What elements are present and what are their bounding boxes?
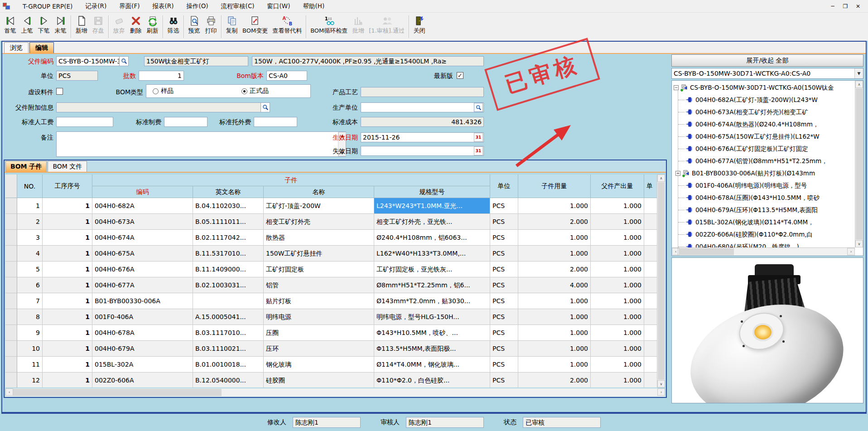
cell-no[interactable]: 1 (17, 198, 43, 214)
labor-cost-field[interactable] (56, 117, 113, 127)
cell-name[interactable]: 150W工矿灯悬挂件 (264, 246, 374, 262)
cell-pqty[interactable]: 1.000 (591, 293, 644, 309)
cell-pqty[interactable]: 1.000 (591, 262, 644, 277)
cell-en[interactable]: B.05.1111011... (193, 214, 264, 230)
restore-button[interactable]: ❐ (840, 2, 851, 11)
toolbar-button-close-door[interactable]: 关闭 (411, 13, 428, 40)
cell-en[interactable]: B.11.1409000... (193, 262, 264, 277)
tree-item[interactable]: 002Z0-606A(硅胶圈)(Φ110*Φ2.0mm,白 (672, 228, 855, 241)
toolbar-button-last[interactable]: 末笔 (52, 13, 69, 40)
menu-help[interactable]: 帮助(H) (296, 0, 331, 12)
cell-name[interactable]: 钢化玻璃 (264, 357, 374, 373)
cell-qty[interactable]: 1.000 (518, 198, 591, 214)
cell-spec[interactable]: Ø240.4*H108mm，铝6063... (374, 230, 490, 246)
cell-pqty[interactable]: 1.000 (591, 277, 644, 293)
minimize-button[interactable]: ─ (827, 2, 838, 11)
latest-checkbox[interactable]: ✓ (457, 72, 463, 79)
toolbar-button-preview[interactable]: 预览 (186, 13, 203, 40)
cell-pqty[interactable]: 1.000 (591, 230, 644, 246)
outsource-cost-field[interactable] (254, 117, 297, 127)
expand-icon[interactable]: + (675, 171, 680, 176)
cell-indicator[interactable] (5, 325, 17, 341)
tree-item[interactable]: 004H0-676A(工矿灯固定板)(工矿灯固定 (672, 143, 855, 155)
cell-en[interactable]: B.12.0540000... (193, 373, 264, 387)
toolbar-button-copy[interactable]: 复制 (223, 13, 240, 40)
parent-code-field[interactable]: CS-BYB-O-150MW-3 (56, 56, 120, 66)
cell-seq[interactable]: 1 (43, 277, 92, 293)
toolbar-button-bom-change[interactable]: BOM变更 (240, 13, 270, 40)
cell-code[interactable]: 004H0-679A (92, 341, 193, 357)
cell-seq[interactable]: 1 (43, 373, 92, 387)
calendar-icon[interactable]: 31 (474, 146, 483, 155)
toolbar-button-prev[interactable]: 上笔 (19, 13, 35, 40)
cell-no[interactable]: 9 (17, 325, 43, 341)
toolbar-button-substitute[interactable]: AB查看替代料 (270, 13, 304, 40)
scrollbar-thumb[interactable] (13, 389, 222, 396)
parent-extra-lookup-button[interactable] (260, 102, 270, 112)
menu-app-title[interactable]: T-GROUP ERP(E) (16, 1, 79, 12)
scroll-down-icon[interactable]: ∨ (855, 240, 863, 247)
prod-unit-lookup-button[interactable] (474, 103, 483, 112)
virtual-part-checkbox[interactable] (56, 88, 63, 95)
parent-code-lookup-button[interactable] (119, 56, 129, 66)
scroll-right-icon[interactable]: › (657, 388, 665, 396)
close-button[interactable]: ✕ (853, 2, 863, 11)
scroll-down-icon[interactable]: ∨ (657, 380, 665, 387)
cell-unit[interactable]: PCS (490, 293, 518, 309)
cell-pqty[interactable]: 1.000 (591, 325, 644, 341)
tree-item[interactable]: 004H0-682A(工矿灯-顶盖-200W)(L243*W (672, 94, 855, 106)
cell-code[interactable]: 004H0-676A (92, 262, 193, 277)
table-horizontal-scrollbar[interactable]: ‹ › (5, 388, 665, 397)
cell-seq[interactable]: 1 (43, 230, 92, 246)
cell-spec[interactable]: L162*W40*H133*T3.0MM,... (374, 246, 490, 262)
cell-en[interactable]: B.04.1102030... (193, 198, 264, 214)
cell-code[interactable]: 004H0-673A (92, 214, 193, 230)
cell-spec[interactable]: 相变工矿灯外壳，亚光铁... (374, 214, 490, 230)
cell-qty[interactable]: 4.000 (518, 277, 591, 293)
cell-indicator[interactable] (5, 293, 17, 309)
cell-name[interactable]: 硅胶圈 (264, 373, 374, 387)
cell-qty[interactable]: 1.000 (518, 357, 591, 373)
cell-indicator[interactable] (5, 214, 17, 230)
cell-qty[interactable]: 1.000 (518, 230, 591, 246)
toolbar-button-delete[interactable]: 删除 (127, 13, 144, 40)
tree-item[interactable]: 004H0-678A(压圈)(Φ143*H10.5MM，喷砂 (672, 192, 855, 204)
collapse-icon[interactable]: − (674, 85, 679, 90)
cell-qty[interactable]: 2.000 (518, 373, 591, 387)
cell-unit[interactable]: PCS (490, 373, 518, 387)
menu-workflow[interactable]: 流程审核(C) (215, 0, 261, 12)
cell-qty[interactable]: 1.000 (518, 325, 591, 341)
cell-pqty[interactable]: 1.000 (591, 309, 644, 325)
tree-item[interactable]: 004H0-673A(相变工矿灯外壳)(相变工矿 (672, 106, 855, 118)
cell-unit[interactable]: PCS (490, 214, 518, 230)
cell-name[interactable]: 相变工矿灯外壳 (264, 214, 374, 230)
cell-pqty[interactable]: 1.000 (591, 373, 644, 387)
cell-spec[interactable]: L243*W243*T1.0MM.亚光... (374, 198, 490, 214)
tree-item[interactable]: 001F0-406A(明纬电源)(明纬电源，型号 (672, 179, 855, 192)
cell-en[interactable]: B.03.1110021... (193, 341, 264, 357)
tree-item[interactable]: 004H0-680A(吊环)(M20、铁度镍。) (672, 241, 855, 247)
cell-no[interactable]: 12 (17, 373, 43, 387)
cell-name[interactable]: 明纬电源 (264, 309, 374, 325)
cell-code[interactable]: 004H0-677A (92, 277, 193, 293)
cell-en[interactable]: B.03.1117010... (193, 325, 264, 341)
cell-no[interactable]: 11 (17, 357, 43, 373)
tree-item[interactable]: 004H0-677A(铝管)(Ø8mm*H51*T2.25mm， (672, 155, 855, 167)
cell-name[interactable]: 散热器 (264, 230, 374, 246)
cell-no[interactable]: 2 (17, 214, 43, 230)
cell-indicator[interactable] (5, 246, 17, 262)
cell-spec[interactable]: Φ113.5*H5MM,表面阳极... (374, 341, 490, 357)
tree-item[interactable]: 004H0-675A(150W工矿灯悬挂件)(L162*W (672, 131, 855, 143)
cell-en[interactable]: B.11.5317010... (193, 246, 264, 262)
cell-spec[interactable]: Φ110*Φ2.0，白色硅胶... (374, 373, 490, 387)
cell-code[interactable]: 015BL-302A (92, 357, 193, 373)
menu-operate[interactable]: 操作(O) (180, 0, 214, 12)
chevron-down-icon[interactable]: ▼ (854, 68, 863, 78)
cell-spec[interactable]: Φ143*H10.5MM，喷砂、... (374, 325, 490, 341)
expand-collapse-all-button[interactable]: 展开/收起 全部 (671, 54, 863, 67)
cell-no[interactable]: 7 (17, 293, 43, 309)
toolbar-button-new[interactable]: 新增 (73, 13, 90, 40)
cell-en[interactable]: B.02.1117042... (193, 230, 264, 246)
scrollbar-thumb[interactable] (856, 88, 863, 240)
cell-spec[interactable]: 明纬电源，型号HLG-150H... (374, 309, 490, 325)
